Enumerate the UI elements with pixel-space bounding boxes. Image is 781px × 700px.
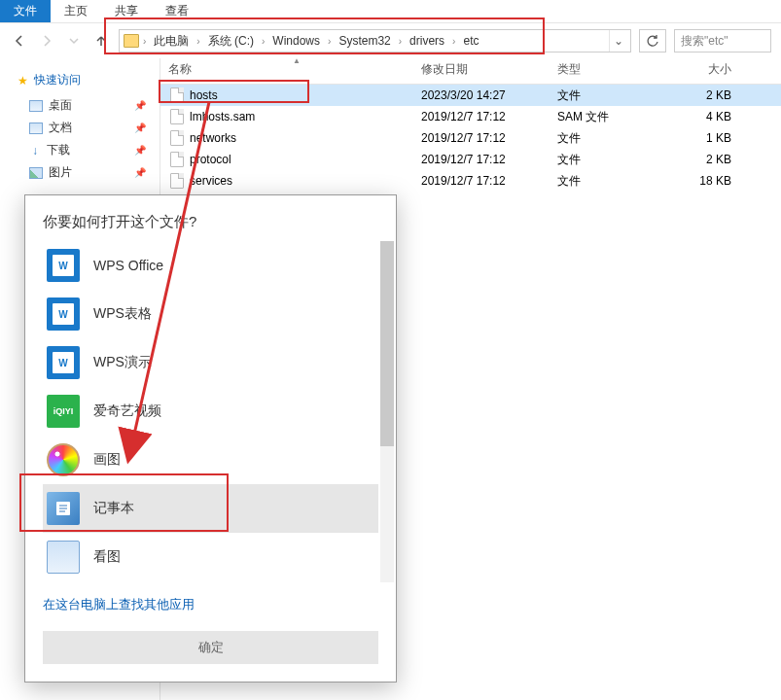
dialog-title: 你要如何打开这个文件? bbox=[25, 213, 396, 241]
file-date: 2019/12/7 17:12 bbox=[413, 153, 550, 166]
file-row[interactable]: protocol2019/12/7 17:12文件2 KB bbox=[160, 149, 781, 170]
ok-button[interactable]: 确定 bbox=[43, 631, 378, 664]
file-type: 文件 bbox=[550, 152, 661, 168]
file-name: services bbox=[190, 174, 232, 188]
file-row[interactable]: hosts2023/3/20 14:27文件2 KB bbox=[160, 85, 781, 106]
tab-view[interactable]: 查看 bbox=[152, 0, 202, 22]
chevron-right-icon[interactable]: › bbox=[141, 36, 148, 47]
chevron-right-icon[interactable]: › bbox=[397, 36, 404, 47]
file-row[interactable]: networks2019/12/7 17:12文件1 KB bbox=[160, 127, 781, 149]
file-type: 文件 bbox=[550, 88, 661, 104]
file-date: 2023/3/20 14:27 bbox=[413, 88, 550, 102]
app-item-paint[interactable]: 画图 bbox=[43, 436, 378, 484]
file-size: 4 KB bbox=[661, 110, 739, 123]
desktop-icon bbox=[29, 100, 43, 112]
app-label: WPS Office bbox=[93, 258, 163, 273]
scrollbar[interactable] bbox=[380, 241, 394, 582]
viewer-icon bbox=[47, 541, 80, 574]
tab-home[interactable]: 主页 bbox=[51, 0, 101, 22]
chevron-right-icon[interactable]: › bbox=[326, 36, 333, 47]
address-row: › 此电脑 › 系统 (C:) › Windows › System32 › d… bbox=[0, 23, 781, 58]
app-item-wps[interactable]: WWPS Office bbox=[43, 241, 378, 290]
folder-icon bbox=[124, 34, 139, 48]
breadcrumb[interactable]: 系统 (C:) bbox=[204, 31, 258, 52]
app-item-note[interactable]: 记事本 bbox=[43, 484, 378, 533]
file-size: 1 KB bbox=[661, 131, 739, 145]
file-date: 2019/12/7 17:12 bbox=[413, 110, 550, 123]
back-arrow-icon[interactable] bbox=[10, 31, 29, 51]
file-icon bbox=[170, 109, 184, 124]
address-bar[interactable]: › 此电脑 › 系统 (C:) › Windows › System32 › d… bbox=[119, 29, 631, 52]
chevron-right-icon[interactable]: › bbox=[450, 36, 457, 47]
sidebar-item-downloads[interactable]: ↓ 下载 📌 bbox=[18, 139, 152, 161]
file-name: lmhosts.sam bbox=[190, 110, 255, 123]
app-item-wps[interactable]: WWPS演示 bbox=[43, 338, 378, 387]
search-input[interactable]: 搜索"etc" bbox=[674, 29, 771, 52]
up-arrow-icon[interactable] bbox=[91, 31, 111, 51]
tab-file[interactable]: 文件 bbox=[0, 0, 51, 22]
file-type: 文件 bbox=[550, 130, 661, 147]
app-item-iqiyi[interactable]: iQIYI爱奇艺视频 bbox=[43, 387, 378, 436]
file-name: networks bbox=[190, 131, 236, 145]
sidebar-item-desktop[interactable]: 桌面 📌 bbox=[18, 94, 152, 117]
file-type: 文件 bbox=[550, 173, 661, 190]
wps-icon: W bbox=[47, 298, 80, 331]
file-size: 2 KB bbox=[661, 88, 739, 102]
col-size[interactable]: 大小 bbox=[661, 55, 739, 84]
document-icon bbox=[29, 122, 43, 134]
star-icon: ★ bbox=[18, 74, 28, 88]
breadcrumb[interactable]: System32 bbox=[335, 32, 394, 50]
sidebar-item-documents[interactable]: 文档 📌 bbox=[18, 117, 152, 139]
refresh-icon[interactable] bbox=[639, 29, 666, 52]
sidebar-item-label: 下载 bbox=[47, 142, 70, 158]
app-label: 记事本 bbox=[93, 500, 134, 517]
app-label: 画图 bbox=[93, 451, 121, 469]
app-label: WPS演示 bbox=[93, 354, 152, 371]
sidebar-item-label: 文档 bbox=[49, 120, 72, 136]
sidebar-item-label: 图片 bbox=[49, 164, 72, 181]
picture-icon bbox=[29, 167, 43, 179]
recent-dropdown-icon[interactable] bbox=[64, 31, 84, 51]
pin-icon: 📌 bbox=[134, 122, 146, 133]
breadcrumb[interactable]: 此电脑 bbox=[150, 31, 193, 52]
find-more-apps-link[interactable]: 在这台电脑上查找其他应用 bbox=[25, 582, 396, 631]
chevron-right-icon[interactable]: › bbox=[260, 36, 266, 47]
file-icon bbox=[170, 130, 184, 146]
file-name: protocol bbox=[190, 153, 231, 166]
app-label: 爱奇艺视频 bbox=[93, 402, 161, 420]
chevron-down-icon[interactable]: ⌄ bbox=[609, 30, 626, 52]
file-row[interactable]: lmhosts.sam2019/12/7 17:12SAM 文件4 KB bbox=[160, 106, 781, 127]
file-date: 2019/12/7 17:12 bbox=[413, 174, 550, 188]
file-type: SAM 文件 bbox=[550, 109, 661, 125]
file-date: 2019/12/7 17:12 bbox=[413, 131, 550, 145]
file-size: 18 KB bbox=[661, 174, 739, 188]
app-item-view[interactable]: 看图 bbox=[43, 533, 378, 581]
sidebar-item-pictures[interactable]: 图片 📌 bbox=[18, 161, 152, 184]
chevron-right-icon[interactable]: › bbox=[195, 36, 201, 47]
breadcrumb[interactable]: etc bbox=[459, 32, 482, 50]
col-date[interactable]: 修改日期 bbox=[413, 55, 550, 84]
open-with-dialog: 你要如何打开这个文件? WWPS OfficeWWPS表格WWPS演示iQIYI… bbox=[24, 194, 397, 682]
file-icon bbox=[170, 88, 184, 103]
pin-icon: 📌 bbox=[134, 145, 146, 156]
wps-icon: W bbox=[47, 249, 80, 282]
col-type[interactable]: 类型 bbox=[550, 55, 661, 84]
app-label: WPS表格 bbox=[93, 305, 152, 323]
column-headers: 名称 修改日期 类型 大小 bbox=[160, 55, 781, 85]
iqiyi-icon: iQIYI bbox=[47, 395, 80, 428]
file-name: hosts bbox=[190, 88, 218, 102]
app-item-wps[interactable]: WWPS表格 bbox=[43, 290, 378, 338]
scroll-thumb[interactable] bbox=[380, 241, 394, 446]
sidebar-quick-access[interactable]: ★ 快速访问 bbox=[18, 72, 152, 88]
sidebar-head-label: 快速访问 bbox=[34, 72, 81, 88]
file-row[interactable]: services2019/12/7 17:12文件18 KB bbox=[160, 170, 781, 192]
tab-share[interactable]: 共享 bbox=[101, 0, 152, 22]
col-name[interactable]: 名称 bbox=[160, 55, 413, 84]
app-label: 看图 bbox=[93, 548, 121, 566]
app-list: WWPS OfficeWWPS表格WWPS演示iQIYI爱奇艺视频画图记事本看图 bbox=[25, 241, 396, 582]
breadcrumb[interactable]: Windows bbox=[268, 32, 324, 50]
breadcrumb[interactable]: drivers bbox=[406, 32, 448, 50]
forward-arrow-icon bbox=[37, 31, 56, 51]
pin-icon: 📌 bbox=[134, 167, 146, 178]
sidebar-item-label: 桌面 bbox=[49, 97, 72, 114]
